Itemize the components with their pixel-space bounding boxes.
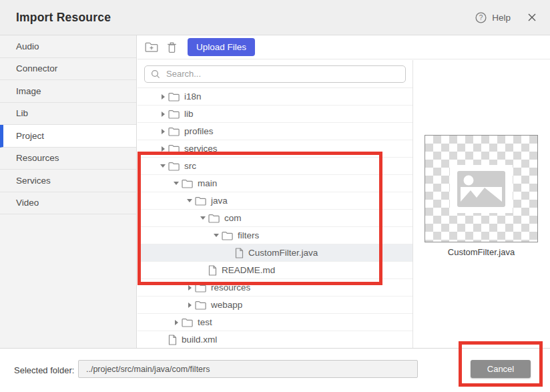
tree-item-label: test [198,317,212,327]
sidebar-item-label: Image [16,86,41,96]
chevron-collapsed-icon[interactable] [188,285,192,290]
chevron-collapsed-icon[interactable] [175,320,178,325]
folder-icon [182,318,193,327]
search-icon [151,69,160,79]
content-area: i18nlibprofilesservicessrcmainjavacomfil… [138,60,550,348]
chevron-expanded-icon[interactable] [214,234,219,237]
tree-item-resources[interactable]: resources [138,279,412,297]
file-icon [208,265,217,276]
main-panel: Upload Files i18nlibprofilesservicessrcm… [138,35,550,348]
selected-folder-label: Selected folder: [14,365,74,375]
sidebar-item-audio[interactable]: Audio [0,35,136,58]
chevron-collapsed-icon[interactable] [188,303,192,308]
sidebar-item-label: Lib [16,108,28,118]
chevron-expanded-icon[interactable] [187,199,192,202]
file-icon [235,248,244,258]
chevron-collapsed-icon[interactable] [162,129,165,134]
selected-folder-input[interactable] [78,360,418,378]
sidebar: AudioConnectorImageLibProjectResourcesSe… [0,35,137,348]
tree-item-label: java [211,196,228,206]
folder-icon [222,231,233,240]
preview-filename: CustomFilter.java [425,247,538,257]
preview-thumbnail [425,135,538,242]
folder-icon [208,214,220,223]
tree-item-label: build.xml [182,335,217,345]
tree-item-label: src [184,161,196,171]
tree-item-label: README.md [222,265,275,275]
tree-item-customfilter-java[interactable]: CustomFilter.java [138,244,412,262]
tree-item-label: profiles [184,126,214,136]
help-label: Help [492,13,511,23]
chevron-expanded-icon[interactable] [174,182,179,185]
sidebar-item-label: Connector [16,63,57,73]
delete-button[interactable] [167,41,177,53]
tree-item-label: main [198,178,217,188]
folder-icon [182,179,193,188]
folder-icon [195,301,206,310]
search-box [144,65,406,83]
new-folder-icon [145,41,158,53]
tree-item-test[interactable]: test [138,314,412,331]
search-input[interactable] [165,68,405,79]
image-placeholder-card [450,165,513,213]
tree-item-label: resources [211,282,250,292]
sidebar-item-video[interactable]: Video [0,192,136,215]
tree-item-lib[interactable]: lib [138,106,412,123]
sidebar-item-services[interactable]: Services [0,170,136,192]
tree-item-profiles[interactable]: profiles [138,123,412,140]
tree-item-build-xml[interactable]: build.xml [138,331,412,348]
search-bar [138,60,412,88]
dialog-footer: Selected folder: Cancel [0,348,550,392]
tree-item-src[interactable]: src [138,158,412,175]
help-icon: ? [475,12,487,23]
sidebar-item-connector[interactable]: Connector [0,58,136,81]
dialog-header: Import Resource ? Help [0,0,550,35]
tree-item-label: i18n [184,91,202,102]
folder-icon [168,144,180,154]
tree-item-services[interactable]: services [138,140,412,158]
folder-icon [195,196,206,206]
sidebar-item-image[interactable]: Image [0,80,136,103]
import-resource-dialog: Import Resource ? Help AudioConnectorIma… [0,0,550,392]
svg-text:?: ? [479,14,483,21]
sidebar-item-resources[interactable]: Resources [0,148,136,170]
cancel-button[interactable]: Cancel [471,360,531,378]
folder-icon [168,162,180,171]
chevron-expanded-icon[interactable] [160,164,166,168]
file-tree: i18nlibprofilesservicessrcmainjavacomfil… [138,88,412,348]
chevron-collapsed-icon[interactable] [162,146,165,152]
tree-item-java[interactable]: java [138,192,412,210]
folder-icon [168,127,180,136]
tree-item-filters[interactable]: filters [138,227,412,244]
close-icon [527,13,537,22]
folder-icon [195,283,206,292]
chevron-collapsed-icon[interactable] [162,112,165,117]
tree-item-com[interactable]: com [138,210,412,227]
sidebar-item-label: Project [16,131,44,141]
chevron-expanded-icon[interactable] [200,216,206,220]
close-button[interactable] [527,13,537,22]
sidebar-item-label: Audio [16,41,39,51]
help-button[interactable]: ? Help [475,12,511,23]
new-folder-button[interactable] [145,41,158,53]
tree-item-i18n[interactable]: i18n [138,88,412,106]
file-tree-panel: i18nlibprofilesservicessrcmainjavacomfil… [138,60,413,348]
upload-files-button[interactable]: Upload Files [188,38,255,56]
preview-panel: CustomFilter.java [413,60,550,348]
tree-item-main[interactable]: main [138,175,412,192]
sidebar-item-label: Resources [16,153,59,163]
chevron-collapsed-icon[interactable] [162,94,165,100]
delete-icon [167,41,177,53]
sidebar-item-label: Video [16,198,39,208]
page-title: Import Resource [16,11,111,25]
tree-item-webapp[interactable]: webapp [138,297,412,314]
file-icon [168,335,177,345]
sidebar-item-project[interactable]: Project [0,125,136,148]
sidebar-item-lib[interactable]: Lib [0,103,136,126]
tree-item-label: lib [184,109,194,119]
tree-item-readme-md[interactable]: README.md [138,262,412,279]
tree-item-label: com [224,213,242,223]
image-placeholder-icon [457,171,505,207]
folder-icon [168,110,180,119]
tree-item-label: webapp [211,300,242,310]
